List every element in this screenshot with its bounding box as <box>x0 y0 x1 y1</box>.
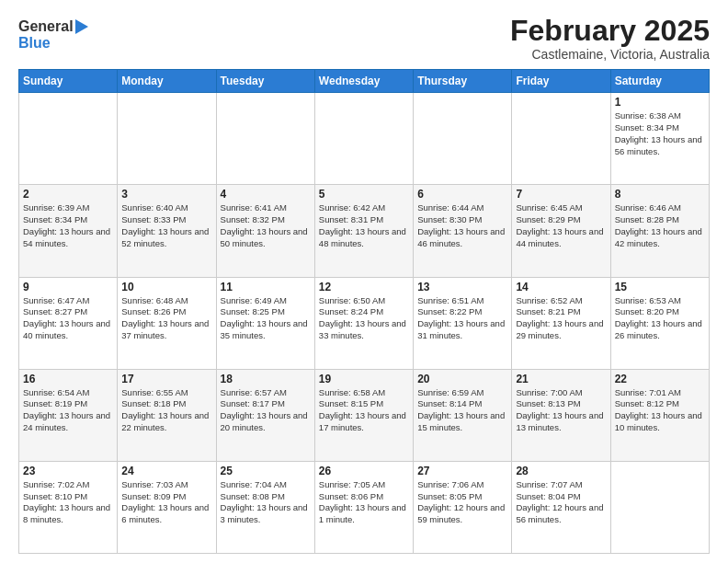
day-cell: 13Sunrise: 6:51 AM Sunset: 8:22 PM Dayli… <box>414 277 512 369</box>
day-number: 5 <box>319 188 409 201</box>
day-number: 4 <box>221 188 311 201</box>
day-info: Sunrise: 6:50 AM Sunset: 8:24 PM Dayligh… <box>319 295 409 342</box>
day-cell <box>216 93 314 185</box>
day-cell: 9Sunrise: 6:47 AM Sunset: 8:27 PM Daylig… <box>19 277 118 369</box>
col-header-wednesday: Wednesday <box>314 70 413 93</box>
header-row: SundayMondayTuesdayWednesdayThursdayFrid… <box>19 70 710 93</box>
title-block: February 2025 Castlemaine, Victoria, Aus… <box>510 15 710 62</box>
day-cell <box>512 93 610 185</box>
day-info: Sunrise: 6:46 AM Sunset: 8:28 PM Dayligh… <box>615 202 705 249</box>
day-number: 24 <box>121 465 211 477</box>
day-info: Sunrise: 6:52 AM Sunset: 8:21 PM Dayligh… <box>516 295 606 342</box>
day-cell <box>610 461 709 553</box>
day-number: 21 <box>516 373 606 385</box>
day-info: Sunrise: 7:03 AM Sunset: 8:09 PM Dayligh… <box>121 479 211 526</box>
col-header-saturday: Saturday <box>610 70 709 93</box>
day-info: Sunrise: 7:02 AM Sunset: 8:10 PM Dayligh… <box>23 479 113 526</box>
day-number: 10 <box>121 281 211 293</box>
day-number: 23 <box>23 465 113 477</box>
day-number: 8 <box>615 188 705 201</box>
col-header-sunday: Sunday <box>19 70 118 93</box>
day-info: Sunrise: 6:42 AM Sunset: 8:31 PM Dayligh… <box>319 202 409 249</box>
location: Castlemaine, Victoria, Australia <box>510 47 710 62</box>
day-cell: 17Sunrise: 6:55 AM Sunset: 8:18 PM Dayli… <box>118 369 216 461</box>
day-number: 9 <box>23 281 113 293</box>
day-info: Sunrise: 7:00 AM Sunset: 8:13 PM Dayligh… <box>516 387 606 434</box>
day-cell <box>314 93 413 185</box>
day-number: 12 <box>319 281 409 293</box>
day-cell: 18Sunrise: 6:57 AM Sunset: 8:17 PM Dayli… <box>216 369 314 461</box>
day-info: Sunrise: 6:47 AM Sunset: 8:27 PM Dayligh… <box>23 295 113 342</box>
day-number: 3 <box>121 188 211 201</box>
day-cell <box>118 93 216 185</box>
day-cell: 24Sunrise: 7:03 AM Sunset: 8:09 PM Dayli… <box>118 461 216 553</box>
day-number: 11 <box>221 281 311 293</box>
day-info: Sunrise: 6:58 AM Sunset: 8:15 PM Dayligh… <box>319 387 409 434</box>
logo: General Blue <box>18 18 94 51</box>
day-info: Sunrise: 6:41 AM Sunset: 8:32 PM Dayligh… <box>221 202 311 249</box>
day-cell: 12Sunrise: 6:50 AM Sunset: 8:24 PM Dayli… <box>314 277 413 369</box>
day-info: Sunrise: 7:07 AM Sunset: 8:04 PM Dayligh… <box>516 479 606 526</box>
day-info: Sunrise: 6:39 AM Sunset: 8:34 PM Dayligh… <box>23 202 113 249</box>
day-cell: 16Sunrise: 6:54 AM Sunset: 8:19 PM Dayli… <box>19 369 118 461</box>
day-info: Sunrise: 6:59 AM Sunset: 8:14 PM Dayligh… <box>417 387 507 434</box>
day-cell: 23Sunrise: 7:02 AM Sunset: 8:10 PM Dayli… <box>19 461 118 553</box>
day-cell: 15Sunrise: 6:53 AM Sunset: 8:20 PM Dayli… <box>610 277 709 369</box>
day-info: Sunrise: 6:38 AM Sunset: 8:34 PM Dayligh… <box>615 110 705 157</box>
logo-general: General <box>18 18 74 35</box>
day-cell: 21Sunrise: 7:00 AM Sunset: 8:13 PM Dayli… <box>512 369 610 461</box>
day-cell: 6Sunrise: 6:44 AM Sunset: 8:30 PM Daylig… <box>414 185 512 277</box>
day-cell: 27Sunrise: 7:06 AM Sunset: 8:05 PM Dayli… <box>414 461 512 553</box>
day-info: Sunrise: 6:49 AM Sunset: 8:25 PM Dayligh… <box>221 295 311 342</box>
day-info: Sunrise: 6:53 AM Sunset: 8:20 PM Dayligh… <box>615 295 705 342</box>
day-cell <box>19 93 118 185</box>
day-number: 28 <box>516 465 606 477</box>
day-info: Sunrise: 7:06 AM Sunset: 8:05 PM Dayligh… <box>417 479 507 526</box>
day-number: 25 <box>221 465 311 477</box>
month-title: February 2025 <box>510 15 710 47</box>
day-number: 14 <box>516 281 606 293</box>
day-cell: 8Sunrise: 6:46 AM Sunset: 8:28 PM Daylig… <box>610 185 709 277</box>
day-cell: 1Sunrise: 6:38 AM Sunset: 8:34 PM Daylig… <box>610 93 709 185</box>
col-header-thursday: Thursday <box>414 70 512 93</box>
day-info: Sunrise: 7:04 AM Sunset: 8:08 PM Dayligh… <box>221 479 311 526</box>
col-header-monday: Monday <box>118 70 216 93</box>
day-cell: 14Sunrise: 6:52 AM Sunset: 8:21 PM Dayli… <box>512 277 610 369</box>
day-info: Sunrise: 6:54 AM Sunset: 8:19 PM Dayligh… <box>23 387 113 434</box>
day-info: Sunrise: 6:55 AM Sunset: 8:18 PM Dayligh… <box>121 387 211 434</box>
day-number: 20 <box>417 373 507 385</box>
logo-chevron-icon <box>75 19 94 34</box>
calendar-table: SundayMondayTuesdayWednesdayThursdayFrid… <box>18 69 710 554</box>
day-number: 6 <box>417 188 507 201</box>
day-number: 22 <box>615 373 705 385</box>
day-cell: 19Sunrise: 6:58 AM Sunset: 8:15 PM Dayli… <box>314 369 413 461</box>
svg-marker-0 <box>75 19 88 34</box>
day-info: Sunrise: 6:51 AM Sunset: 8:22 PM Dayligh… <box>417 295 507 342</box>
day-info: Sunrise: 6:44 AM Sunset: 8:30 PM Dayligh… <box>417 202 507 249</box>
day-cell: 4Sunrise: 6:41 AM Sunset: 8:32 PM Daylig… <box>216 185 314 277</box>
col-header-tuesday: Tuesday <box>216 70 314 93</box>
week-row-4: 16Sunrise: 6:54 AM Sunset: 8:19 PM Dayli… <box>19 369 710 461</box>
logo-blue: Blue <box>18 35 51 52</box>
day-info: Sunrise: 6:40 AM Sunset: 8:33 PM Dayligh… <box>121 202 211 249</box>
day-cell: 5Sunrise: 6:42 AM Sunset: 8:31 PM Daylig… <box>314 185 413 277</box>
day-number: 15 <box>615 281 705 293</box>
day-cell: 25Sunrise: 7:04 AM Sunset: 8:08 PM Dayli… <box>216 461 314 553</box>
day-number: 17 <box>121 373 211 385</box>
day-info: Sunrise: 6:57 AM Sunset: 8:17 PM Dayligh… <box>221 387 311 434</box>
day-number: 7 <box>516 188 606 201</box>
day-number: 18 <box>221 373 311 385</box>
week-row-2: 2Sunrise: 6:39 AM Sunset: 8:34 PM Daylig… <box>19 185 710 277</box>
day-cell <box>414 93 512 185</box>
day-info: Sunrise: 6:48 AM Sunset: 8:26 PM Dayligh… <box>121 295 211 342</box>
day-number: 19 <box>319 373 409 385</box>
day-cell: 2Sunrise: 6:39 AM Sunset: 8:34 PM Daylig… <box>19 185 118 277</box>
day-cell: 20Sunrise: 6:59 AM Sunset: 8:14 PM Dayli… <box>414 369 512 461</box>
week-row-5: 23Sunrise: 7:02 AM Sunset: 8:10 PM Dayli… <box>19 461 710 553</box>
col-header-friday: Friday <box>512 70 610 93</box>
day-info: Sunrise: 7:01 AM Sunset: 8:12 PM Dayligh… <box>615 387 705 434</box>
day-cell: 11Sunrise: 6:49 AM Sunset: 8:25 PM Dayli… <box>216 277 314 369</box>
day-cell: 28Sunrise: 7:07 AM Sunset: 8:04 PM Dayli… <box>512 461 610 553</box>
day-cell: 3Sunrise: 6:40 AM Sunset: 8:33 PM Daylig… <box>118 185 216 277</box>
day-cell: 7Sunrise: 6:45 AM Sunset: 8:29 PM Daylig… <box>512 185 610 277</box>
